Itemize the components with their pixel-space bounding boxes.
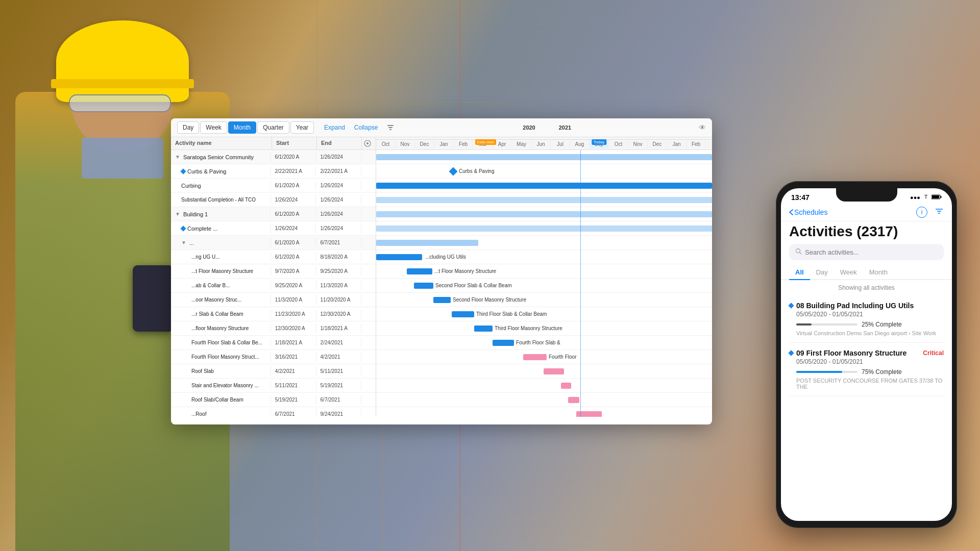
list-item[interactable]: 09 First Floor Masonry Structure Critica…	[789, 343, 944, 396]
bar-label-10: Second Floor Slab & Collar Beam	[435, 283, 512, 288]
row-name-10: ...ab & Collar B...	[191, 283, 230, 288]
search-icon	[795, 248, 802, 256]
scaffold-horizontal-1	[306, 102, 510, 103]
row-end-4: 1/26/2024	[316, 195, 361, 205]
gantt-toolbar: Day Week Month Quarter Year Expand Colla…	[171, 118, 712, 137]
table-row[interactable]: ...ab & Collar B... 9/25/2020 A 11/3/202…	[171, 279, 376, 293]
table-row[interactable]: ▼ ... 6/1/2020 A 6/7/2021	[171, 236, 376, 250]
row-end-3: 1/26/2024	[316, 181, 361, 190]
table-row[interactable]: Stair and Elevator Masonry ... 5/11/2021…	[171, 379, 376, 393]
year-2021-header	[704, 137, 712, 139]
row-end-17: 5/19/2021	[316, 381, 362, 390]
tab-day[interactable]: Day	[810, 265, 834, 279]
milestone-icon-6	[180, 226, 186, 231]
svg-rect-6	[941, 196, 942, 198]
progress-track-1	[796, 323, 857, 325]
collapse-button[interactable]: Collapse	[350, 122, 382, 133]
table-row[interactable]: ...r Slab & Collar Beam 11/23/2020 A 12/…	[171, 307, 376, 321]
safety-glasses	[69, 94, 171, 112]
gantt-bar-9	[407, 268, 432, 274]
view-year-button[interactable]: Year	[290, 121, 314, 134]
year-right-label: 2021	[559, 124, 571, 131]
shirt	[82, 138, 163, 179]
row-name-5: Building 1	[183, 211, 208, 217]
table-row[interactable]: Roof Slab 4/2/2021 5/11/2021	[171, 364, 376, 379]
showing-all-text: Showing all activities	[781, 280, 952, 295]
phone-search-bar[interactable]	[789, 244, 944, 260]
table-row[interactable]: Fourth Floor Slab & Collar Be... 1/18/20…	[171, 336, 376, 350]
gantt-bar-18	[568, 397, 579, 403]
wifi-icon	[922, 194, 929, 201]
gantt-right-body: Curbs & Paving	[376, 150, 712, 417]
gantt-bar-14	[493, 340, 514, 346]
table-row[interactable]: Fourth Floor Masonry Struct... 3/16/2021…	[171, 350, 376, 364]
today-line	[580, 150, 581, 417]
table-row[interactable]: ...Roof 6/7/2021 9/24/2021	[171, 407, 376, 417]
bar-row-8: ...cluding UG Utils	[376, 250, 712, 264]
gantt-panel: Day Week Month Quarter Year Expand Colla…	[171, 118, 712, 424]
signal-icon: ●●●	[910, 194, 920, 201]
bar-label-8: ...cluding UG Utils	[425, 254, 466, 260]
row-start-19: 6/7/2021	[271, 409, 316, 417]
table-row[interactable]: Curbing 6/1/2020 A 1/26/2024	[171, 179, 376, 193]
row-start-11: 11/3/2020 A	[271, 295, 316, 305]
table-row[interactable]: Curbs & Paving 2/22/2021 A 2/22/2021 A	[171, 164, 376, 179]
table-row[interactable]: ...floor Masonry Structure 12/30/2020 A …	[171, 321, 376, 336]
bar-label-15: Fourth Floor	[549, 354, 576, 360]
view-quarter-button[interactable]: Quarter	[257, 121, 289, 134]
row-start-1: 6/1/2020 A	[271, 152, 316, 162]
table-row[interactable]: ▼ Building 1 6/1/2020 A 1/26/2024	[171, 207, 376, 221]
view-week-button[interactable]: Week	[200, 121, 227, 134]
tab-month[interactable]: Month	[863, 265, 894, 279]
tab-week[interactable]: Week	[834, 265, 863, 279]
bar-row-1	[376, 150, 712, 164]
row-end-13: 1/18/2021 A	[316, 323, 362, 333]
table-row[interactable]: ...ng UG U... 6/1/2020 A 8/18/2020 A	[171, 250, 376, 264]
info-icon[interactable]: i	[916, 207, 927, 218]
table-row[interactable]: Roof Slab/Collar Beam 5/19/2021 6/7/2021	[171, 393, 376, 407]
row-name-11: ...oor Masonry Struc...	[191, 297, 241, 303]
row-name-19: ...Roof	[191, 411, 206, 417]
table-row[interactable]: ▼ Saratoga Senior Community 6/1/2020 A 1…	[171, 150, 376, 164]
svg-rect-2	[389, 129, 391, 130]
expand-arrow-7: ▼	[181, 240, 186, 245]
progress-fill-1	[796, 323, 812, 325]
bar-label-11: Second Floor Masonry Structure	[453, 297, 526, 303]
row-name-4: Substantial Completion - All TCO	[181, 197, 256, 203]
tab-all[interactable]: All	[789, 265, 810, 279]
table-row[interactable]: Substantial Completion - All TCO 1/26/20…	[171, 193, 376, 207]
expand-button[interactable]: Expand	[320, 122, 349, 133]
eye-icon[interactable]: 👁	[699, 123, 706, 132]
row-name-3: Curbing	[181, 183, 201, 189]
row-start-6: 1/26/2024	[271, 223, 316, 233]
month-feb-2021: Feb	[454, 140, 473, 148]
back-button[interactable]: Schedules	[789, 208, 827, 216]
filter-icon[interactable]	[385, 122, 396, 133]
table-row[interactable]: ...t Floor Masonry Structure 9/7/2020 A …	[171, 264, 376, 279]
row-name-8: ...ng UG U...	[191, 254, 220, 260]
bar-label-12: Third Floor Slab & Collar Beam	[476, 311, 547, 317]
expand-arrow-5: ▼	[175, 211, 180, 217]
view-day-button[interactable]: Day	[177, 121, 199, 134]
bar-label-13: Third Floor Masonry Structure	[495, 325, 562, 331]
search-input[interactable]	[805, 248, 938, 256]
year-2020-header	[376, 137, 704, 139]
month-dec-2021: Dec	[648, 140, 667, 148]
row-end-16: 5/11/2021	[316, 366, 362, 376]
activity-name-1: 08 Building Pad Including UG Utils	[789, 302, 944, 310]
view-month-button[interactable]: Month	[228, 121, 256, 134]
filter-phone-icon[interactable]	[935, 207, 944, 218]
table-row[interactable]: ...oor Masonry Struc... 11/3/2020 A 11/2…	[171, 293, 376, 307]
settings-cell[interactable]	[362, 137, 376, 149]
activity-diamond-1	[788, 303, 794, 308]
row-start-18: 5/19/2021	[271, 395, 316, 405]
activity-location-2: POST SECURITY CONCOURSE FROM GATES 37/38…	[789, 378, 944, 390]
phone-in-hand	[133, 265, 174, 332]
month-nov-2021: Nov	[628, 140, 648, 148]
table-row[interactable]: Complete ... 1/26/2024 1/26/2024	[171, 221, 376, 236]
list-item[interactable]: 08 Building Pad Including UG Utils 05/05…	[789, 295, 944, 343]
svg-rect-1	[388, 127, 393, 128]
progress-container-1: 25% Complete	[789, 321, 944, 328]
month-jan-2021: Jan	[434, 140, 454, 148]
row-start-16: 4/2/2021	[271, 366, 316, 376]
